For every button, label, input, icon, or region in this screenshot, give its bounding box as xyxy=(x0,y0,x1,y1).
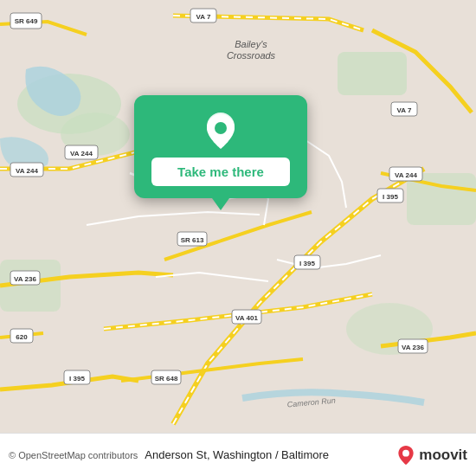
svg-point-41 xyxy=(215,122,227,134)
svg-text:VA 401: VA 401 xyxy=(235,314,258,322)
svg-point-42 xyxy=(402,449,409,456)
location-label: Anderson St, Washington / Baltimore xyxy=(145,448,396,461)
attribution-text: © OpenStreetMap contributors xyxy=(9,450,138,460)
svg-text:I 395: I 395 xyxy=(69,375,85,383)
svg-text:VA 244: VA 244 xyxy=(16,167,38,175)
svg-text:VA 7: VA 7 xyxy=(397,106,412,114)
svg-text:VA 7: VA 7 xyxy=(196,13,211,21)
svg-text:VA 236: VA 236 xyxy=(402,344,424,351)
svg-text:SR 649: SR 649 xyxy=(15,17,38,25)
map-svg: SR 649 VA 7 VA 244 VA 244 VA 244 VA 7 I … xyxy=(0,0,476,433)
bottom-bar: © OpenStreetMap contributors Anderson St… xyxy=(0,433,476,476)
take-me-there-button[interactable]: Take me there xyxy=(151,158,290,186)
moovit-logo: moovit xyxy=(396,446,467,465)
svg-text:Crossroads: Crossroads xyxy=(227,50,276,61)
location-pin-icon xyxy=(202,111,240,149)
svg-text:VA 244: VA 244 xyxy=(395,171,417,179)
moovit-pin-icon xyxy=(396,446,415,465)
svg-text:I 395: I 395 xyxy=(383,193,398,201)
svg-text:VA 236: VA 236 xyxy=(14,275,36,283)
moovit-text: moovit xyxy=(419,447,467,464)
svg-text:620: 620 xyxy=(16,333,28,341)
svg-text:VA 244: VA 244 xyxy=(70,150,93,158)
svg-text:Bailey's: Bailey's xyxy=(235,39,267,49)
map-container: SR 649 VA 7 VA 244 VA 244 VA 244 VA 7 I … xyxy=(0,0,476,433)
svg-text:SR 613: SR 613 xyxy=(181,236,204,244)
svg-rect-3 xyxy=(338,52,407,95)
svg-text:I 395: I 395 xyxy=(299,260,315,267)
svg-text:SR 648: SR 648 xyxy=(155,375,178,383)
popup-card: Take me there xyxy=(134,95,307,198)
